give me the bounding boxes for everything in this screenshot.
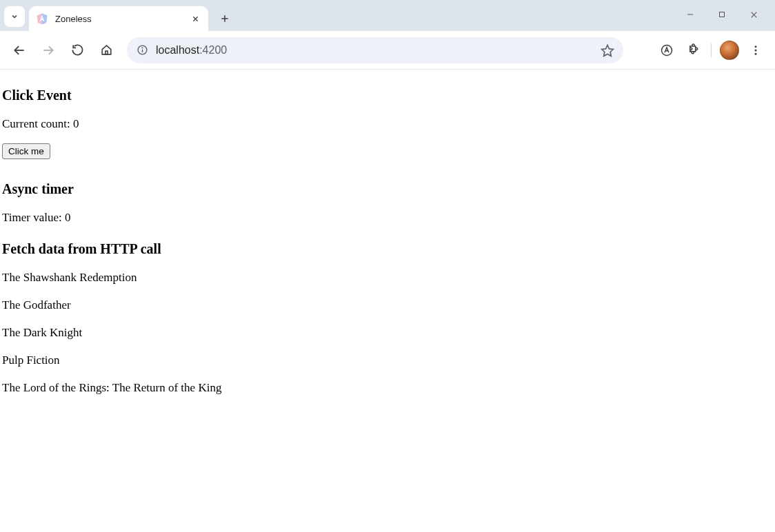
count-prefix: Current count: [2, 117, 73, 130]
site-info-button[interactable] [135, 43, 149, 57]
search-tabs-button[interactable] [4, 6, 25, 27]
svg-rect-7 [720, 12, 725, 17]
section-heading-timer: Async timer [2, 181, 773, 197]
tab-close-button[interactable] [189, 12, 201, 25]
browser-tab-active[interactable]: Zoneless [29, 6, 208, 31]
url-text: localhost:4200 [156, 44, 600, 57]
list-item: The Dark Knight [2, 326, 773, 340]
list-item: The Lord of the Rings: The Return of the… [2, 381, 773, 395]
reload-button[interactable] [65, 38, 90, 63]
toolbar-actions [654, 38, 768, 63]
current-count-text: Current count: 0 [2, 117, 773, 131]
extension-icon [687, 43, 700, 57]
window-close-button[interactable] [738, 3, 769, 25]
timer-prefix: Timer value: [2, 211, 65, 224]
circle-a-icon [660, 43, 674, 57]
page-content: Click Event Current count: 0 Click me As… [0, 70, 775, 411]
maximize-icon [718, 10, 726, 19]
arrow-right-icon [41, 43, 55, 57]
close-icon [749, 10, 758, 19]
tab-strip: Zoneless [0, 0, 775, 31]
url-host: localhost [156, 44, 199, 56]
arrow-left-icon [12, 43, 26, 57]
home-icon [100, 43, 113, 57]
address-bar[interactable]: localhost:4200 [127, 37, 623, 63]
bookmark-button[interactable] [600, 43, 615, 58]
home-button[interactable] [94, 38, 119, 63]
avatar [720, 41, 739, 60]
list-item: Pulp Fiction [2, 354, 773, 367]
plus-icon [220, 14, 230, 23]
profile-indicator-button[interactable] [654, 38, 679, 63]
chrome-menu-button[interactable] [743, 38, 768, 63]
reload-icon [71, 43, 84, 57]
profile-avatar-button[interactable] [717, 38, 742, 63]
window-maximize-button[interactable] [706, 3, 738, 25]
back-button[interactable] [7, 38, 32, 63]
close-icon [192, 15, 199, 23]
svg-marker-16 [602, 45, 614, 56]
svg-point-15 [142, 48, 143, 48]
url-port: :4200 [199, 44, 227, 56]
svg-point-18 [755, 45, 757, 48]
chevron-down-icon [10, 12, 19, 21]
angular-favicon-icon [36, 12, 48, 25]
info-icon [137, 44, 148, 56]
minimize-icon [686, 10, 694, 19]
extensions-button[interactable] [681, 38, 705, 63]
timer-value-text: Timer value: 0 [2, 211, 773, 225]
svg-point-19 [755, 49, 757, 51]
new-tab-button[interactable] [215, 9, 234, 28]
kebab-icon [749, 44, 762, 57]
section-heading-click: Click Event [2, 88, 773, 103]
list-item: The Shawshank Redemption [2, 271, 773, 285]
count-value: 0 [73, 117, 79, 130]
timer-value: 0 [65, 211, 71, 224]
toolbar-separator [711, 43, 712, 57]
click-me-button[interactable]: Click me [2, 143, 50, 159]
forward-button[interactable] [36, 38, 61, 63]
window-minimize-button[interactable] [674, 3, 706, 25]
section-heading-fetch: Fetch data from HTTP call [2, 241, 773, 257]
browser-toolbar: localhost:4200 [0, 31, 775, 70]
svg-point-20 [755, 52, 757, 54]
star-icon [601, 43, 614, 57]
tab-title: Zoneless [55, 14, 189, 24]
list-item: The Godfather [2, 298, 773, 312]
svg-rect-12 [105, 51, 107, 54]
window-controls [674, 3, 769, 25]
